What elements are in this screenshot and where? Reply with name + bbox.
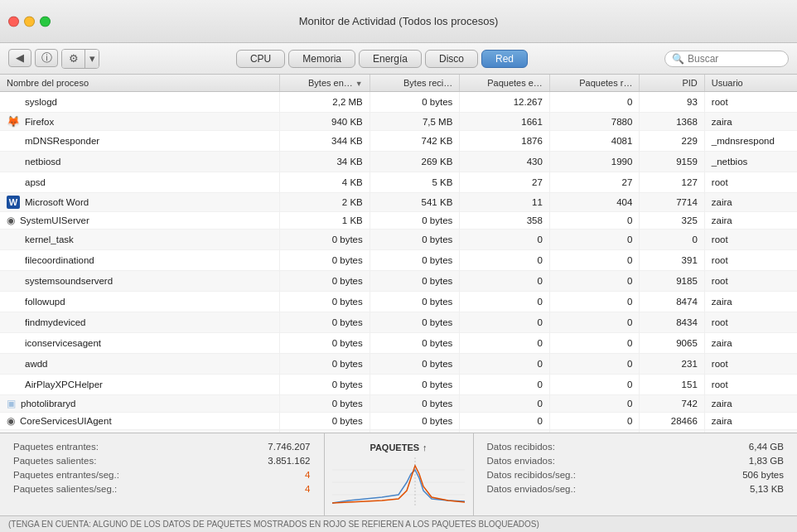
process-icon [7, 175, 20, 190]
network-chart [332, 457, 465, 507]
col-bytes-recv[interactable]: Bytes reci… [370, 75, 460, 92]
packets-sent: 0 [460, 375, 550, 395]
table-row[interactable]: ◉ CoreServicesUIAgent 0 bytes 0 bytes 0 … [0, 413, 797, 430]
gear-icon: ⚙ [69, 52, 79, 65]
process-name-text: findmydeviced [25, 317, 86, 327]
table-header: Nombre del proceso Bytes en… ▼ Bytes rec… [0, 75, 797, 92]
process-name: followupd [0, 292, 280, 312]
packets-recv: 0 [549, 271, 640, 292]
table-row[interactable]: followupd 0 bytes 0 bytes 0 0 8474 zaira [0, 292, 797, 312]
pid: 231 [640, 354, 704, 375]
process-name-text: iconservicesagent [25, 338, 101, 348]
gear-button[interactable]: ⚙ [62, 50, 85, 68]
back-button[interactable]: ◀ [8, 49, 31, 67]
process-icon [7, 232, 20, 247]
bytes-sent: 0 bytes [280, 413, 370, 430]
packets-sent: 0 [460, 271, 550, 292]
bytes-recv: 269 KB [370, 152, 460, 172]
packets-recv: 0 [549, 354, 640, 375]
process-icon [7, 273, 20, 288]
table-row[interactable]: W Microsoft Word 2 KB 541 KB 11 404 7714… [0, 193, 797, 212]
process-name-text: AirPlayXPCHelper [25, 380, 103, 389]
gear-dropdown-button[interactable]: ▾ [85, 50, 99, 68]
process-table-container[interactable]: Nombre del proceso Bytes en… ▼ Bytes rec… [0, 75, 797, 433]
table-row[interactable]: apsd 4 KB 5 KB 27 27 127 root [0, 172, 797, 193]
table-row[interactable]: findmydeviced 0 bytes 0 bytes 0 0 8434 r… [0, 312, 797, 333]
value-packets-out-sec: 4 [305, 484, 310, 494]
process-name: ◉ CoreServicesUIAgent [0, 413, 280, 430]
process-icon: W [7, 196, 20, 209]
packets-recv: 0 [549, 413, 640, 430]
stat-row-data-sent: Datos enviados: 1,83 GB [487, 456, 785, 466]
network-chart-svg [332, 457, 465, 507]
col-bytes-sent[interactable]: Bytes en… ▼ [280, 75, 370, 92]
label-data-sent-sec: Datos enviados/seg.: [487, 484, 576, 494]
bytes-recv: 0 bytes [370, 413, 460, 430]
value-packets-in-sec: 4 [305, 470, 310, 480]
packets-recv: 0 [549, 212, 640, 230]
process-name: kernel_task [0, 230, 280, 250]
user: root [704, 92, 797, 113]
pid: 9065 [640, 333, 704, 354]
user: root [704, 172, 797, 193]
info-button[interactable]: ⓘ [35, 49, 58, 67]
tab-memoria[interactable]: Memoria [288, 50, 355, 68]
col-packets-sent[interactable]: Paquetes e… [460, 75, 550, 92]
process-name-text: mDNSResponder [25, 136, 99, 146]
bytes-recv: 0 bytes [370, 230, 460, 250]
process-icon [7, 94, 20, 109]
stat-row-data-recv-sec: Datos recibidos/seg.: 506 bytes [487, 470, 785, 480]
user: zaira [704, 113, 797, 131]
table-row[interactable]: syslogd 2,2 MB 0 bytes 12.267 0 93 root [0, 92, 797, 113]
bottom-right-stats: Datos recibidos: 6,44 GB Datos enviados:… [474, 433, 798, 515]
bytes-sent: 34 KB [280, 152, 370, 172]
table-row[interactable]: awdd 0 bytes 0 bytes 0 0 231 root [0, 354, 797, 375]
bytes-sent: 940 KB [280, 113, 370, 131]
packets-recv: 27 [549, 172, 640, 193]
label-packets-out-sec: Paquetes salientes/seg.: [13, 484, 117, 494]
table-row[interactable]: 🦊 Firefox 940 KB 7,5 MB 1661 7880 1368 z… [0, 113, 797, 131]
process-icon [7, 133, 20, 148]
search-input[interactable] [688, 53, 781, 65]
table-row[interactable]: mDNSResponder 344 KB 742 KB 1876 4081 22… [0, 131, 797, 152]
close-button[interactable] [8, 16, 19, 27]
tab-cpu[interactable]: CPU [236, 50, 285, 68]
pid: 0 [640, 230, 704, 250]
minimize-button[interactable] [24, 16, 35, 27]
col-user[interactable]: Usuario [704, 75, 797, 92]
packets-recv: 0 [549, 92, 640, 113]
value-packets-out: 3.851.162 [268, 456, 310, 466]
bytes-recv: 0 bytes [370, 354, 460, 375]
tab-disco[interactable]: Disco [425, 50, 478, 68]
packets-recv: 0 [549, 292, 640, 312]
col-packets-recv[interactable]: Paquetes r… [549, 75, 640, 92]
process-name-text: followupd [25, 297, 65, 307]
table-row[interactable]: netbiosd 34 KB 269 KB 430 1990 9159 _net… [0, 152, 797, 172]
pid: 325 [640, 212, 704, 230]
table-row[interactable]: ▣ photolibraryd 0 bytes 0 bytes 0 0 742 … [0, 395, 797, 413]
user: zaira [704, 395, 797, 413]
table-row[interactable]: AirPlayXPCHelper 0 bytes 0 bytes 0 0 151… [0, 375, 797, 395]
stat-row-data-sent-sec: Datos enviados/seg.: 5,13 KB [487, 484, 785, 494]
sort-icon: ↑ [423, 443, 427, 452]
maximize-button[interactable] [40, 16, 51, 27]
bytes-recv: 0 bytes [370, 271, 460, 292]
table-row[interactable]: kernel_task 0 bytes 0 bytes 0 0 0 root [0, 230, 797, 250]
process-name-text: awdd [25, 359, 48, 369]
bytes-recv: 0 bytes [370, 212, 460, 230]
col-pid[interactable]: PID [640, 75, 704, 92]
tab-energia[interactable]: Energía [359, 50, 422, 68]
search-box[interactable]: 🔍 [664, 51, 789, 67]
pid: 8474 [640, 292, 704, 312]
table-row[interactable]: ◉ SystemUIServer 1 KB 0 bytes 358 0 325 … [0, 212, 797, 230]
process-name: syslogd [0, 92, 280, 113]
packets-sent: 0 [460, 250, 550, 271]
bytes-sent: 344 KB [280, 131, 370, 152]
tab-red[interactable]: Red [481, 50, 528, 68]
user: root [704, 230, 797, 250]
table-row[interactable]: filecoordinationd 0 bytes 0 bytes 0 0 39… [0, 250, 797, 271]
packets-sent: 0 [460, 333, 550, 354]
table-row[interactable]: systemsoundserverd 0 bytes 0 bytes 0 0 9… [0, 271, 797, 292]
table-row[interactable]: iconservicesagent 0 bytes 0 bytes 0 0 90… [0, 333, 797, 354]
process-name: findmydeviced [0, 312, 280, 333]
